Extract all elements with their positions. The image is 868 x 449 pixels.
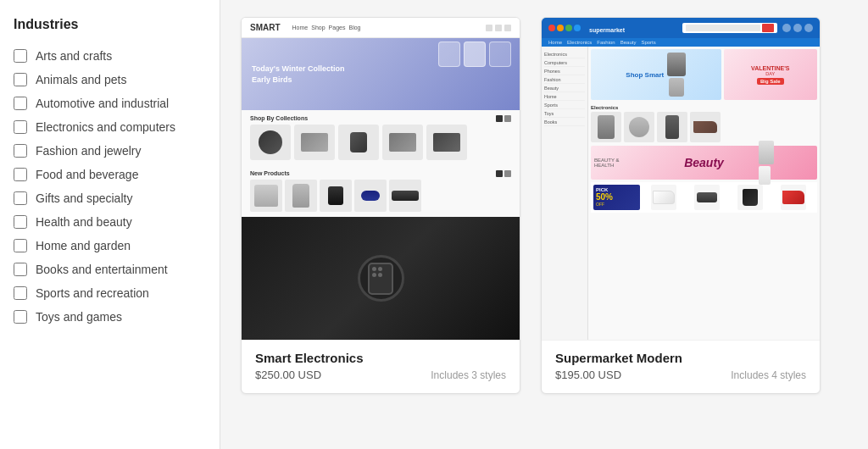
filter-item-toys[interactable]: Toys and games (14, 305, 206, 329)
smart-logo: SMART (250, 23, 281, 32)
super-main-banner: Shop Smart (591, 49, 721, 100)
beauty-main-text: Beauty (649, 156, 760, 169)
filter-item-animals-pets[interactable]: Animals and pets (14, 68, 206, 91)
super-nav-beauty: Beauty (620, 40, 637, 45)
sports-content: PICK 50% OFF (593, 185, 815, 210)
super-top-icons (548, 25, 581, 31)
super-nav-sports: Sports (641, 40, 655, 45)
super-menu-icon (804, 24, 813, 32)
super-electronics-row (591, 112, 817, 142)
smart-product-price: $250.00 USD (255, 369, 321, 381)
super-search (682, 23, 777, 33)
new-prod-blender (285, 180, 317, 212)
sidebar-title: Industries (14, 17, 206, 32)
checkbox-animals-pets[interactable] (14, 73, 27, 86)
checkbox-fashion[interactable] (14, 144, 27, 158)
watch-1 (438, 42, 460, 67)
checkbox-automotive[interactable] (14, 97, 27, 110)
super-prod-img-2 (624, 112, 654, 142)
collections-row (250, 125, 511, 160)
off-text: OFF (596, 202, 637, 207)
filter-item-health[interactable]: Health and beauty (14, 210, 206, 234)
checkbox-sports[interactable] (14, 286, 27, 300)
filter-label-food: Food and beverage (36, 168, 138, 181)
super-search-btn (762, 24, 774, 32)
sport-item-glasses (686, 185, 727, 210)
filter-item-fashion[interactable]: Fashion and jewelry (14, 139, 206, 163)
filter-item-electronics[interactable]: Electronics and computers (14, 115, 206, 139)
super-body: Electronics Computers Phones Fashion Bea… (542, 47, 820, 340)
beauty-title-label: Beauty (684, 156, 724, 169)
checkbox-toys[interactable] (14, 310, 27, 324)
new-prod-soundbar (389, 180, 421, 212)
supermarket-product-price: $195.00 USD (555, 369, 621, 381)
super-nav: Home Electronics Fashion Beauty Sports (542, 38, 820, 47)
sport-item-shorts (730, 185, 771, 210)
sort-grid-icon (496, 115, 503, 122)
super-logo-area: supermarket (589, 21, 677, 35)
super-logo: supermarket (589, 27, 625, 33)
product-card-smart-electronics[interactable]: SMART Home Shop Pages Blog (241, 17, 520, 394)
smart-nav-shop: Shop (311, 25, 325, 30)
beauty-bottle-2 (759, 166, 771, 185)
filter-item-books[interactable]: Books and entertainment (14, 258, 206, 281)
checkbox-health[interactable] (14, 215, 27, 229)
super-nav-electronics: Electronics (567, 40, 592, 45)
speaker2-shape-icon (629, 117, 649, 137)
smartwatch-icon (328, 186, 343, 205)
sports-section: PICK 50% OFF (591, 182, 817, 213)
filter-item-food[interactable]: Food and beverage (14, 163, 206, 186)
checkbox-books[interactable] (14, 263, 27, 276)
checkbox-home[interactable] (14, 239, 27, 252)
super-banner-content: Shop Smart (626, 53, 686, 97)
sort-icons-collections (496, 115, 511, 122)
super-products-grid: Electronics (588, 103, 820, 215)
collection-laptop (294, 125, 335, 160)
sort-icons-new (496, 170, 511, 177)
cam-dot-4 (378, 273, 382, 277)
headphone-icon (259, 130, 282, 154)
products-grid: SMART Home Shop Pages Blog (241, 17, 848, 394)
checkbox-arts-crafts[interactable] (14, 49, 27, 63)
super-left-item-7: Sports (544, 101, 585, 109)
super-left-item-2: Computers (544, 58, 585, 67)
filter-item-home[interactable]: Home and garden (14, 234, 206, 258)
shorts-icon (743, 189, 758, 206)
super-left-item-8: Toys (544, 109, 585, 118)
super-user-icon (782, 24, 791, 32)
super-banner-row: Shop Smart (588, 47, 820, 103)
beauty-bottle-1 (759, 141, 774, 164)
checkbox-food[interactable] (14, 168, 27, 181)
super-banner-text-group: Shop Smart (626, 71, 664, 79)
supermarket-product-meta: $195.00 USD Includes 4 styles (555, 369, 806, 381)
new-prod-band (354, 180, 387, 212)
main-content: SMART Home Shop Pages Blog (220, 0, 868, 449)
smart-nav-home: Home (292, 25, 309, 30)
filter-item-arts-crafts[interactable]: Arts and crafts (14, 44, 206, 68)
shoe-sport-icon (653, 191, 675, 204)
filter-label-automotive: Automotive and industrial (36, 97, 169, 110)
smart-cart-icon (495, 25, 502, 31)
smart-search-icon (486, 25, 492, 31)
product-preview-smart: SMART Home Shop Pages Blog (242, 18, 520, 340)
cam-dot-2 (378, 267, 382, 271)
smart-collections-section: Shop By Collections (242, 110, 520, 165)
super-prod-speaker1 (591, 112, 621, 142)
beauty-products (759, 141, 814, 185)
smart-header: SMART Home Shop Pages Blog (242, 18, 520, 38)
phone-inner (368, 263, 393, 295)
checkbox-electronics[interactable] (14, 120, 27, 134)
shoe-shape-icon (693, 121, 717, 133)
filter-item-automotive[interactable]: Automotive and industrial (14, 91, 206, 115)
super-header-icons (782, 24, 813, 32)
smart-electronics-preview: SMART Home Shop Pages Blog (242, 18, 520, 340)
filter-item-sports[interactable]: Sports and recreation (14, 281, 206, 305)
smart-card-footer: Smart Electronics $250.00 USD Includes 3… (242, 340, 520, 393)
smart-product-styles: Includes 3 styles (431, 369, 506, 381)
super-nav-home: Home (548, 40, 562, 45)
filter-item-gifts[interactable]: Gifts and specialty (14, 186, 206, 210)
filter-list: Arts and crafts Animals and pets Automot… (14, 44, 206, 329)
product-card-supermarket[interactable]: supermarket (541, 17, 821, 394)
collection-printer (382, 125, 423, 160)
checkbox-gifts[interactable] (14, 191, 27, 205)
